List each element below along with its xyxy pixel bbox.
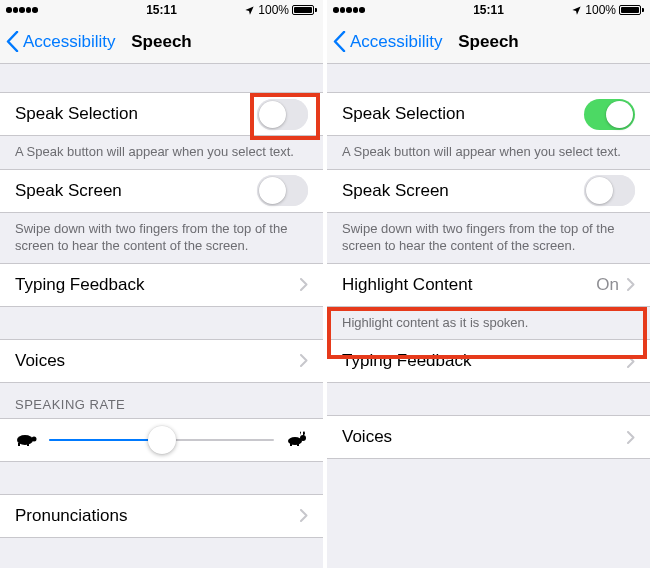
speak-selection-cell[interactable]: Speak Selection [327, 92, 650, 136]
typing-feedback-cell[interactable]: Typing Feedback [327, 339, 650, 383]
status-time: 15:11 [146, 3, 177, 17]
chevron-right-icon [627, 278, 635, 291]
location-icon [244, 5, 255, 16]
nav-bar: Accessibility Speech [327, 20, 650, 64]
speak-screen-cell[interactable]: Speak Screen [327, 169, 650, 213]
speak-selection-label: Speak Selection [342, 104, 465, 124]
status-bar: 15:11 100% [0, 0, 323, 20]
chevron-right-icon [627, 431, 635, 444]
speak-selection-footer: A Speak button will appear when you sele… [0, 136, 323, 169]
signal-dots [333, 7, 365, 13]
pronunciations-cell[interactable]: Pronunciations [0, 494, 323, 538]
svg-point-1 [32, 437, 37, 442]
back-label: Accessibility [23, 32, 116, 52]
speak-selection-footer: A Speak button will appear when you sele… [327, 136, 650, 169]
speaking-rate-header: SPEAKING RATE [0, 383, 323, 418]
back-label: Accessibility [350, 32, 443, 52]
signal-dots [6, 7, 38, 13]
nav-title: Speech [458, 32, 518, 52]
pronunciations-label: Pronunciations [15, 506, 127, 526]
chevron-right-icon [300, 354, 308, 367]
highlight-content-label: Highlight Content [342, 275, 472, 295]
voices-cell[interactable]: Voices [0, 339, 323, 383]
svg-rect-7 [297, 443, 299, 446]
speak-screen-cell[interactable]: Speak Screen [0, 169, 323, 213]
nav-bar: Accessibility Speech [0, 20, 323, 64]
nav-title: Speech [131, 32, 191, 52]
speak-selection-cell[interactable]: Speak Selection [0, 92, 323, 136]
speak-screen-footer: Swipe down with two fingers from the top… [327, 213, 650, 263]
voices-label: Voices [15, 351, 65, 371]
voices-label: Voices [342, 427, 392, 447]
voices-cell[interactable]: Voices [327, 415, 650, 459]
speak-selection-toggle[interactable] [257, 99, 308, 130]
highlight-content-cell[interactable]: Highlight Content On [327, 263, 650, 307]
back-button[interactable]: Accessibility [0, 31, 116, 52]
chevron-right-icon [627, 355, 635, 368]
speak-screen-label: Speak Screen [342, 181, 449, 201]
typing-feedback-label: Typing Feedback [342, 351, 471, 371]
highlight-content-footer: Highlight content as it is spoken. [327, 307, 650, 340]
speak-screen-toggle[interactable] [584, 175, 635, 206]
back-button[interactable]: Accessibility [327, 31, 443, 52]
battery-percent: 100% [258, 3, 289, 17]
phone-right: 15:11 100% Accessibility Speech Speak Se… [327, 0, 650, 568]
speak-screen-label: Speak Screen [15, 181, 122, 201]
battery-icon [619, 5, 644, 15]
highlight-content-value: On [596, 275, 619, 295]
rabbit-icon [286, 428, 308, 451]
speaking-rate-slider[interactable] [0, 418, 323, 462]
status-bar: 15:11 100% [327, 0, 650, 20]
svg-rect-3 [27, 443, 29, 446]
chevron-right-icon [300, 509, 308, 522]
speak-selection-toggle[interactable] [584, 99, 635, 130]
svg-rect-6 [290, 443, 292, 446]
speak-selection-label: Speak Selection [15, 104, 138, 124]
battery-icon [292, 5, 317, 15]
location-icon [571, 5, 582, 16]
speak-screen-footer: Swipe down with two fingers from the top… [0, 213, 323, 263]
phone-left: 15:11 100% Accessibility Speech Speak Se… [0, 0, 323, 568]
speak-screen-toggle[interactable] [257, 175, 308, 206]
svg-rect-2 [18, 443, 20, 446]
turtle-icon [15, 428, 37, 451]
battery-percent: 100% [585, 3, 616, 17]
typing-feedback-label: Typing Feedback [15, 275, 144, 295]
chevron-right-icon [300, 278, 308, 291]
status-time: 15:11 [473, 3, 504, 17]
typing-feedback-cell[interactable]: Typing Feedback [0, 263, 323, 307]
